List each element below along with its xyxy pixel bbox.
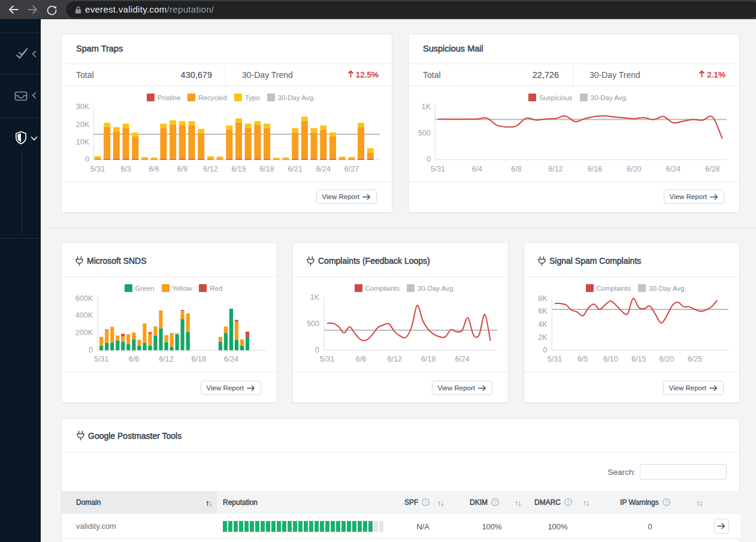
svg-text:6/5: 6/5 — [577, 355, 588, 363]
svg-text:600K: 600K — [75, 294, 93, 303]
svg-text:?: ? — [567, 499, 570, 505]
svg-text:6/24: 6/24 — [455, 355, 469, 363]
svg-text:8K: 8K — [538, 294, 548, 303]
svg-text:6/21: 6/21 — [288, 165, 303, 173]
svg-text:6/15: 6/15 — [231, 165, 246, 173]
svg-text:500: 500 — [307, 320, 319, 328]
svg-text:5/31: 5/31 — [94, 355, 108, 363]
svg-text:6/10: 6/10 — [603, 355, 618, 363]
svg-text:0: 0 — [427, 155, 431, 164]
svg-text:6K: 6K — [538, 307, 548, 315]
svg-text:6/24: 6/24 — [666, 165, 681, 173]
svg-text:6/8: 6/8 — [511, 165, 521, 173]
svg-text:20K: 20K — [76, 121, 90, 129]
svg-text:0: 0 — [315, 346, 319, 354]
svg-text:6/12: 6/12 — [548, 165, 563, 173]
svg-text:30K: 30K — [76, 103, 90, 111]
svg-text:6/20: 6/20 — [627, 165, 641, 173]
svg-text:5/31: 5/31 — [548, 355, 562, 363]
svg-text:4K: 4K — [538, 320, 548, 329]
svg-text:6/28: 6/28 — [705, 165, 719, 173]
svg-text:500: 500 — [418, 129, 431, 137]
svg-text:1K: 1K — [422, 103, 431, 111]
svg-text:0: 0 — [543, 346, 548, 354]
svg-text:6/6: 6/6 — [129, 355, 139, 363]
svg-text:400K: 400K — [75, 311, 93, 320]
svg-text:5/31: 5/31 — [431, 165, 445, 173]
svg-text:6/18: 6/18 — [192, 355, 206, 363]
svg-text:6/12: 6/12 — [203, 165, 217, 173]
svg-text:6/3: 6/3 — [120, 165, 131, 173]
svg-text:6/9: 6/9 — [177, 165, 188, 173]
svg-text:2K: 2K — [538, 333, 548, 342]
svg-text:?: ? — [494, 499, 497, 505]
svg-text:?: ? — [425, 499, 428, 505]
svg-text:6/20: 6/20 — [660, 355, 674, 363]
svg-text:6/16: 6/16 — [588, 165, 602, 173]
svg-text:0: 0 — [85, 155, 89, 164]
svg-text:6/12: 6/12 — [388, 355, 402, 363]
svg-text:6/12: 6/12 — [159, 355, 173, 363]
svg-text:6/6: 6/6 — [149, 165, 159, 173]
svg-text:6/15: 6/15 — [631, 355, 646, 363]
svg-text:6/24: 6/24 — [224, 355, 238, 363]
svg-text:5/31: 5/31 — [320, 355, 334, 363]
svg-text:6/18: 6/18 — [259, 165, 274, 173]
svg-text:?: ? — [665, 499, 668, 505]
svg-text:6/25: 6/25 — [688, 355, 702, 363]
svg-text:1K: 1K — [310, 293, 320, 302]
svg-text:5/31: 5/31 — [90, 165, 105, 173]
svg-text:10K: 10K — [76, 138, 90, 146]
svg-text:6/24: 6/24 — [316, 165, 331, 173]
svg-text:6/18: 6/18 — [421, 355, 436, 363]
svg-text:0: 0 — [89, 346, 93, 354]
svg-text:6/4: 6/4 — [472, 165, 482, 173]
svg-text:6/6: 6/6 — [356, 355, 366, 363]
svg-text:200K: 200K — [75, 329, 93, 337]
svg-text:6/27: 6/27 — [344, 165, 359, 173]
